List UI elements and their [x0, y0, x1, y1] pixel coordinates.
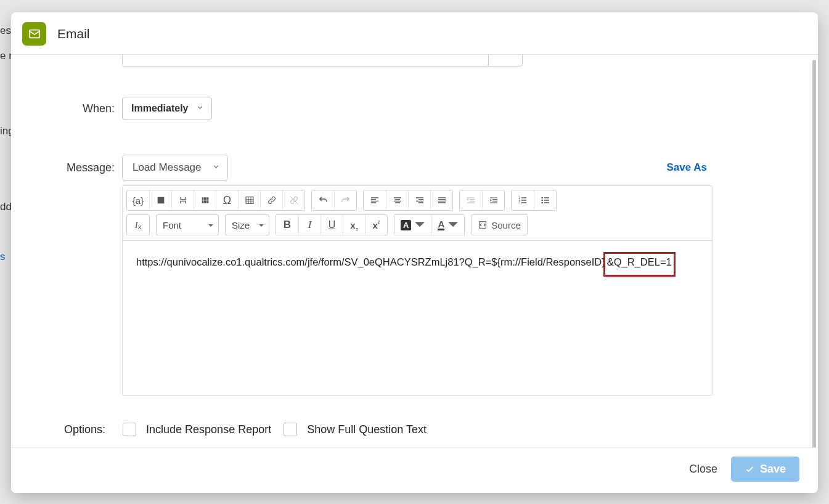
- background-color-button[interactable]: A: [394, 215, 431, 235]
- options-label: Options:: [64, 423, 105, 436]
- svg-text:3: 3: [518, 201, 520, 204]
- modal-title: Email: [57, 26, 90, 41]
- url-text: https://qunivocalize.co1.qualtrics.com/j…: [136, 256, 605, 267]
- when-label: When:: [30, 102, 122, 115]
- save-message-as-link[interactable]: Save As: [666, 161, 707, 174]
- font-family-dropdown[interactable]: Font: [156, 214, 219, 235]
- italic-button[interactable]: I: [298, 215, 321, 235]
- show-full-question-checkbox[interactable]: [284, 423, 297, 436]
- numbered-list-icon[interactable]: 123: [512, 190, 534, 210]
- subject-piped-text-button[interactable]: [488, 55, 523, 67]
- email-icon: [22, 22, 46, 46]
- include-response-report-checkbox[interactable]: [123, 423, 136, 436]
- caret-down-icon: [208, 220, 213, 230]
- image-icon[interactable]: [149, 190, 171, 210]
- bold-button[interactable]: B: [276, 215, 298, 235]
- bullet-list-icon[interactable]: [534, 190, 556, 210]
- caret-down-icon: [415, 220, 425, 230]
- when-dropdown[interactable]: Immediately: [122, 97, 212, 120]
- page-break-icon[interactable]: [171, 190, 194, 210]
- subject-input[interactable]: [122, 55, 489, 67]
- font-size-dropdown[interactable]: Size: [225, 214, 269, 235]
- film-icon[interactable]: [194, 190, 216, 210]
- table-icon[interactable]: [238, 190, 260, 210]
- align-justify-icon[interactable]: [430, 190, 452, 210]
- options-row: Options: Include Response Report Show Fu…: [64, 423, 799, 436]
- remove-format-icon[interactable]: Ix: [127, 215, 149, 235]
- outdent-icon[interactable]: [460, 190, 482, 210]
- svg-point-7: [541, 200, 543, 201]
- subscript-button[interactable]: x₂: [343, 215, 365, 235]
- show-full-question-label: Show Full Question Text: [307, 423, 427, 436]
- load-message-dropdown[interactable]: Load Message: [122, 155, 228, 181]
- modal-footer: Close Save: [11, 447, 818, 493]
- align-left-icon[interactable]: [364, 190, 386, 210]
- indent-icon[interactable]: [482, 190, 504, 210]
- chevron-down-icon: [212, 161, 220, 174]
- align-center-icon[interactable]: [386, 190, 408, 210]
- svg-point-6: [541, 197, 543, 199]
- svg-point-8: [541, 202, 543, 204]
- modal-header: Email: [11, 12, 818, 55]
- close-button[interactable]: Close: [689, 463, 717, 476]
- special-char-icon[interactable]: Ω: [216, 190, 238, 210]
- svg-rect-2: [246, 197, 253, 204]
- body-scrollbar[interactable]: [812, 60, 816, 447]
- undo-icon[interactable]: [312, 190, 334, 210]
- piped-text-button[interactable]: {a}: [127, 190, 149, 210]
- message-row: Message: Load Message Save As: [30, 155, 799, 181]
- source-button[interactable]: Source: [472, 215, 527, 235]
- align-right-icon[interactable]: [408, 190, 430, 210]
- when-value: Immediately: [131, 103, 188, 114]
- editor-content[interactable]: https://qunivocalize.co1.qualtrics.com/j…: [123, 241, 713, 395]
- include-response-report-label: Include Response Report: [146, 423, 271, 436]
- modal-body: Subject: When: Immediately Message: Load…: [11, 55, 818, 447]
- save-button[interactable]: Save: [731, 457, 799, 482]
- underline-button[interactable]: U: [321, 215, 343, 235]
- rich-text-editor: {a} Ω: [122, 185, 713, 396]
- redo-icon[interactable]: [334, 190, 356, 210]
- message-label: Message:: [30, 161, 122, 174]
- source-icon: [478, 220, 488, 230]
- highlighted-parameter: &Q_R_DEL=1: [603, 252, 676, 277]
- email-trigger-modal: Email Subject: When: Immediately Message…: [11, 12, 818, 493]
- editor-toolbar: {a} Ω: [123, 186, 713, 241]
- unlink-icon[interactable]: [282, 190, 304, 210]
- superscript-button[interactable]: x²: [365, 215, 387, 235]
- text-color-button[interactable]: A: [431, 215, 464, 235]
- link-icon[interactable]: [260, 190, 282, 210]
- chevron-down-icon: [196, 103, 204, 114]
- caret-down-icon: [259, 220, 264, 230]
- caret-down-icon: [448, 220, 458, 230]
- subject-row: Subject:: [30, 55, 799, 70]
- checkmark-icon: [745, 464, 755, 474]
- when-row: When: Immediately: [30, 97, 799, 120]
